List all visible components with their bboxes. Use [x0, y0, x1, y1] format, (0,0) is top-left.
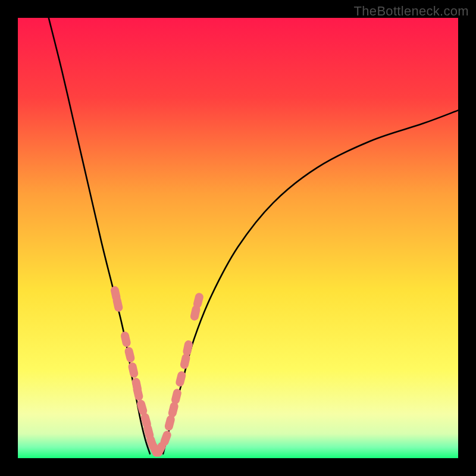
- chart-frame: TheBottleneck.com: [0, 0, 476, 476]
- right-curve: [163, 110, 458, 453]
- scatter-left: [110, 286, 162, 458]
- scatter-dot: [179, 353, 190, 369]
- scatter-dot: [171, 388, 183, 405]
- curves-layer: [18, 18, 458, 458]
- plot-area: [18, 18, 458, 458]
- scatter-dot: [175, 370, 187, 387]
- scatter-dot: [192, 292, 204, 309]
- scatter-dot: [132, 384, 144, 402]
- scatter-dot: [120, 331, 132, 348]
- scatter-dot: [124, 346, 136, 364]
- scatter-dot: [182, 340, 193, 356]
- scatter-dot: [167, 401, 179, 418]
- scatter-right: [153, 292, 205, 458]
- watermark-text: TheBottleneck.com: [354, 4, 469, 19]
- scatter-dot: [112, 296, 123, 312]
- scatter-dot: [127, 362, 139, 378]
